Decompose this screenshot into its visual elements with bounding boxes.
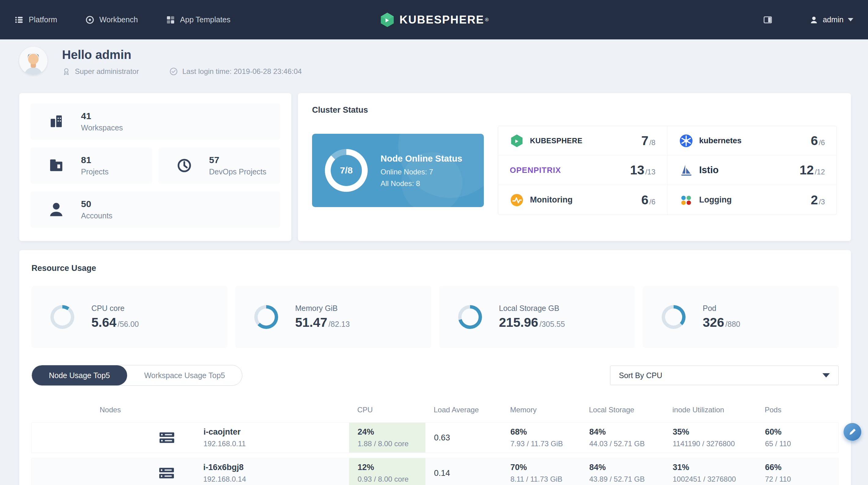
cpu-detail: 0.93 / 8.00 core [358, 475, 426, 483]
stat-label: Workspaces [81, 123, 123, 132]
component-name: Logging [699, 195, 732, 205]
nav-item-app-templates[interactable]: App Templates [166, 15, 230, 25]
component-name: Istio [699, 165, 719, 175]
component-monitoring: Monitoring 6/6 [498, 185, 668, 215]
pods-donut [662, 305, 685, 329]
component-total: /12 [815, 168, 825, 176]
gauge-cpu: CPU core 5.64/56.00 [31, 286, 227, 348]
resource-usage-card: Resource Usage CPU core 5.64/56.00 Memor… [19, 250, 851, 485]
last-login-label: Last login time: 2019-06-28 23:46:04 [182, 67, 302, 76]
table-row[interactable]: i-16x6bgj8 192.168.0.14 12% 0.93 / 8.00 … [31, 458, 839, 485]
col-memory: Memory [501, 406, 580, 414]
stat-value: 41 [81, 111, 123, 121]
sort-by-dropdown[interactable]: Sort By CPU [610, 365, 839, 385]
user-menu[interactable]: admin [809, 15, 853, 25]
gauge-label: Pod [703, 304, 740, 313]
memory-cell: 68% 7.93 / 11.73 GiB [502, 423, 581, 453]
cpu-detail: 1.88 / 8.00 core [358, 440, 426, 448]
table-header: Nodes CPU Load Average Memory Local Stor… [31, 402, 839, 418]
donut-hole [462, 309, 478, 326]
inode-percent: 35% [673, 427, 756, 437]
component-total: /6 [649, 198, 655, 206]
stat-value: 57 [209, 155, 267, 165]
role-badge-icon [62, 67, 71, 76]
component-openpitrix: OPENPITRIX 13/13 [498, 156, 668, 185]
sort-by-value: Sort By CPU [619, 371, 662, 380]
table-row[interactable]: i-caojnter 192.168.0.11 24% 1.88 / 8.00 … [31, 422, 839, 453]
nav-item-platform[interactable]: Platform [15, 15, 57, 25]
workbench-icon [85, 15, 94, 25]
col-pods: Pods [756, 406, 839, 414]
logo-registered-mark: ® [485, 17, 489, 23]
platform-icon [15, 15, 24, 25]
nav-item-workbench[interactable]: Workbench [85, 15, 138, 25]
local-storage-cell: 84% 43.89 / 52.71 GB [581, 458, 664, 485]
donut-hole [665, 309, 682, 326]
col-nodes: Nodes [31, 406, 349, 414]
check-circle-icon [169, 67, 178, 76]
gauge-pods: Pod 326/880 [643, 286, 839, 348]
cpu-percent: 24% [358, 427, 426, 437]
memory-percent: 68% [510, 427, 581, 437]
node-online-status-panel: 7/8 Node Online Status Online Nodes: 7 A… [312, 134, 484, 207]
tab-node-usage-top5[interactable]: Node Usage Top5 [32, 365, 127, 385]
greeting-header: Hello admin Super administrator Last log… [0, 39, 868, 93]
component-total: /8 [649, 138, 655, 147]
gauge-label: Memory GiB [295, 304, 350, 313]
resource-usage-title: Resource Usage [31, 264, 839, 273]
top-nav: Platform Workbench App Templates KUBESPH… [0, 0, 868, 39]
load-average: 0.14 [434, 468, 502, 478]
node-name: i-16x6bgj8 [203, 463, 246, 472]
logo-text: KUBESPHERE [400, 13, 484, 26]
component-count: 7 [641, 133, 648, 148]
load-average-cell: 0.63 [426, 423, 502, 453]
component-total: /13 [645, 168, 655, 176]
istio-icon [679, 163, 693, 177]
donut-hole [258, 309, 275, 326]
console-layout-icon[interactable] [763, 15, 773, 25]
stat-projects[interactable]: 81 Projects [30, 148, 152, 184]
component-istio: Istio 12/12 [668, 156, 837, 185]
stat-devops-projects[interactable]: 57 DevOps Projects [158, 148, 280, 184]
gauge-used: 215.96 [499, 315, 538, 330]
user-icon [809, 15, 818, 25]
storage-percent: 84% [589, 427, 664, 437]
storage-percent: 84% [589, 463, 664, 472]
projects-icon [48, 157, 65, 174]
component-logging: Logging 2/3 [668, 185, 837, 215]
nav-item-label: Workbench [99, 15, 138, 24]
inode-cell: 35% 1141190 / 3276800 [664, 423, 756, 453]
stat-accounts[interactable]: 50 Accounts [30, 192, 280, 228]
kubesphere-logo-mark [379, 12, 395, 28]
storage-detail: 43.89 / 52.71 GB [589, 475, 664, 483]
inode-detail: 1141190 / 3276800 [673, 440, 756, 448]
online-nodes-label: Online Nodes: 7 [380, 168, 462, 176]
gauge-total: /305.55 [539, 320, 565, 329]
gauge-used: 5.64 [91, 315, 117, 330]
tab-workspace-usage-top5[interactable]: Workspace Usage Top5 [127, 365, 242, 385]
kubesphere-logo[interactable]: KUBESPHERE ® [379, 12, 489, 28]
gauge-used: 51.47 [295, 315, 327, 330]
memory-percent: 70% [510, 463, 581, 472]
cpu-cell: 12% 0.93 / 8.00 core [349, 458, 426, 485]
edit-fab-button[interactable] [843, 423, 861, 441]
stat-workspaces[interactable]: 41 Workspaces [30, 103, 280, 139]
memory-donut [254, 305, 278, 329]
pods-detail: 65 / 110 [765, 440, 838, 448]
donut-hole [54, 309, 71, 326]
component-name: Monitoring [530, 195, 572, 205]
pods-cell: 60% 65 / 110 [756, 423, 838, 453]
gauge-local-storage: Local Storage GB 215.96/305.55 [439, 286, 635, 348]
component-total: /3 [819, 198, 825, 206]
storage-donut [458, 305, 482, 329]
stat-value: 81 [81, 155, 108, 165]
gauge-used: 326 [703, 315, 724, 330]
gauge-total: /82.13 [329, 320, 350, 329]
node-status-heading: Node Online Status [380, 153, 462, 165]
pencil-icon [848, 427, 857, 437]
component-name: OPENPITRIX [510, 165, 561, 175]
gauge-total: /56.00 [118, 320, 139, 329]
load-average: 0.63 [434, 433, 502, 443]
col-inode-utilization: inode Utilization [664, 406, 756, 414]
server-icon [158, 430, 176, 445]
